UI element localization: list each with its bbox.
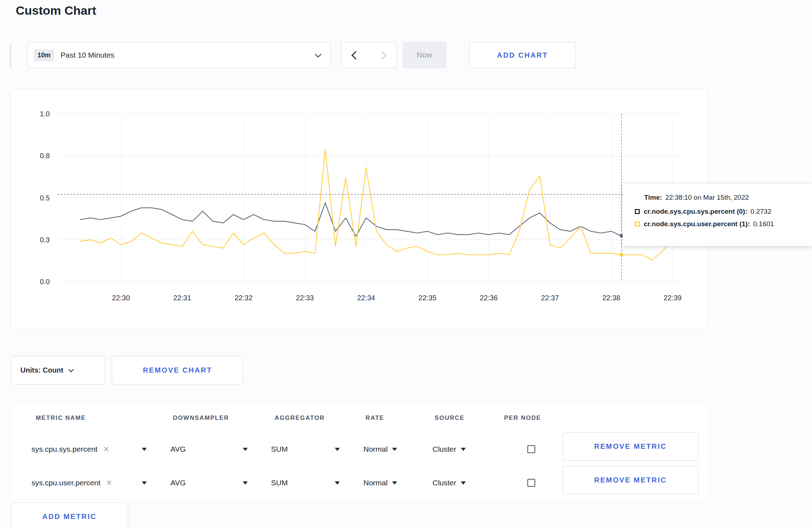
source-value: Cluster	[432, 445, 456, 453]
tooltip-time-label: Time:	[644, 194, 662, 201]
tooltip-entry: cr.node.sys.cpu.user.percent (1): 0.1601	[635, 220, 805, 228]
svg-text:22:34: 22:34	[357, 294, 375, 302]
metric-name-label: sys.cpu.sys.percent	[32, 445, 97, 453]
aggregator-select[interactable]: SUM	[271, 432, 340, 466]
metrics-table: METRIC NAME DOWNSAMPLER AGGREGATOR RATE …	[11, 404, 707, 500]
col-header-rate: RATE	[366, 414, 384, 422]
triangle-down-icon	[243, 481, 248, 485]
downsampler-value: AVG	[170, 445, 186, 453]
svg-text:0.0: 0.0	[40, 278, 50, 286]
col-header-per-node: PER NODE	[504, 414, 541, 422]
clear-metric-icon[interactable]: ×	[103, 444, 109, 454]
svg-text:22:35: 22:35	[419, 294, 436, 302]
svg-text:22:39: 22:39	[664, 294, 682, 302]
triangle-down-icon	[461, 448, 466, 451]
tooltip-entry: cr.node.sys.cpu.sys.percent (0): 0.2732	[635, 208, 805, 215]
series-swatch-user-icon	[635, 222, 640, 227]
chart-card[interactable]: 0.00.30.50.81.022:3022:3122:3222:3322:34…	[11, 89, 707, 328]
svg-text:0.8: 0.8	[40, 152, 50, 160]
triangle-down-icon	[335, 481, 340, 485]
col-header-source: SOURCE	[435, 414, 465, 422]
page-title: Custom Chart	[16, 4, 96, 18]
time-range-label: Past 10 Minutes	[61, 51, 115, 59]
clear-metric-icon[interactable]: ×	[106, 478, 112, 488]
svg-text:1.0: 1.0	[40, 110, 50, 118]
prev-timewindow-button[interactable]	[341, 42, 369, 68]
rate-value: Normal	[363, 479, 388, 487]
rate-select[interactable]: Normal	[363, 466, 397, 500]
chevron-down-icon	[315, 51, 321, 57]
table-row: sys.cpu.sys.percent × AVG SUM Normal Clu…	[11, 432, 707, 466]
remove-chart-button[interactable]: REMOVE CHART	[112, 356, 243, 384]
rate-select[interactable]: Normal	[363, 432, 397, 466]
now-button[interactable]: Now	[403, 42, 446, 68]
svg-text:22:38: 22:38	[602, 294, 620, 302]
svg-text:22:36: 22:36	[480, 294, 498, 302]
time-range-select[interactable]: 10m Past 10 Minutes	[27, 42, 331, 68]
tooltip-entry-value: 0.1601	[753, 220, 774, 228]
triangle-down-icon	[392, 481, 397, 485]
triangle-down-icon	[392, 448, 397, 451]
table-row: sys.cpu.user.percent × AVG SUM Normal Cl…	[11, 466, 707, 500]
col-header-downsampler: DOWNSAMPLER	[173, 414, 229, 422]
units-select[interactable]: Units: Count	[11, 356, 105, 384]
source-select[interactable]: Cluster	[432, 466, 466, 500]
source-value: Cluster	[432, 479, 456, 487]
rate-value: Normal	[363, 445, 388, 453]
aggregator-select[interactable]: SUM	[271, 466, 340, 500]
svg-text:22:33: 22:33	[296, 294, 314, 302]
svg-text:0.3: 0.3	[40, 236, 50, 244]
remove-metric-button[interactable]: REMOVE METRIC	[562, 466, 699, 494]
metric-name-select[interactable]: sys.cpu.user.percent ×	[32, 466, 147, 500]
chevron-down-icon	[68, 367, 74, 373]
triangle-down-icon	[335, 448, 340, 451]
chevron-right-icon	[378, 51, 386, 59]
svg-text:22:30: 22:30	[112, 294, 130, 302]
triangle-down-icon	[243, 448, 248, 451]
metric-name-label: sys.cpu.user.percent	[32, 479, 101, 487]
remove-metric-button[interactable]: REMOVE METRIC	[562, 432, 699, 461]
add-chart-button[interactable]: ADD CHART	[469, 42, 576, 68]
per-node-checkbox[interactable]	[527, 445, 535, 453]
chart-tooltip: Time:22:38:10 on Mar 15th, 2022 cr.node.…	[623, 184, 812, 246]
tooltip-entry-value: 0.2732	[750, 208, 771, 215]
line-chart[interactable]: 0.00.30.50.81.022:3022:3122:3222:3322:34…	[11, 89, 707, 327]
col-header-metric-name: METRIC NAME	[36, 414, 86, 422]
downsampler-select[interactable]: AVG	[170, 432, 248, 466]
custom-chart-page: Custom Chart 10m Past 10 Minutes Now ADD…	[0, 0, 812, 529]
svg-text:0.5: 0.5	[40, 194, 50, 202]
tooltip-entry-label: cr.node.sys.cpu.user.percent (1):	[644, 220, 750, 228]
downsampler-value: AVG	[170, 479, 186, 487]
triangle-down-icon	[142, 481, 147, 485]
next-timewindow-button[interactable]	[369, 42, 397, 68]
tooltip-entry-label: cr.node.sys.cpu.sys.percent (0):	[644, 208, 747, 215]
section-tick	[10, 43, 11, 68]
tooltip-time-value: 22:38:10 on Mar 15th, 2022	[665, 194, 749, 201]
triangle-down-icon	[142, 448, 147, 451]
tooltip-time: Time:22:38:10 on Mar 15th, 2022	[644, 194, 805, 202]
add-metric-button[interactable]: ADD METRIC	[11, 503, 128, 529]
aggregator-value: SUM	[271, 445, 288, 453]
svg-text:22:31: 22:31	[173, 294, 191, 302]
downsampler-select[interactable]: AVG	[170, 466, 248, 500]
svg-text:22:32: 22:32	[235, 294, 252, 302]
svg-text:22:37: 22:37	[541, 294, 559, 302]
source-select[interactable]: Cluster	[432, 432, 466, 466]
triangle-down-icon	[461, 481, 466, 485]
aggregator-value: SUM	[271, 479, 288, 487]
metric-name-select[interactable]: sys.cpu.sys.percent ×	[32, 432, 147, 466]
col-header-aggregator: AGGREGATOR	[275, 414, 325, 422]
per-node-checkbox[interactable]	[527, 479, 535, 487]
time-range-badge: 10m	[34, 49, 54, 61]
series-swatch-sys-icon	[635, 209, 640, 214]
units-label: Units: Count	[20, 366, 63, 374]
chevron-left-icon	[351, 51, 360, 59]
